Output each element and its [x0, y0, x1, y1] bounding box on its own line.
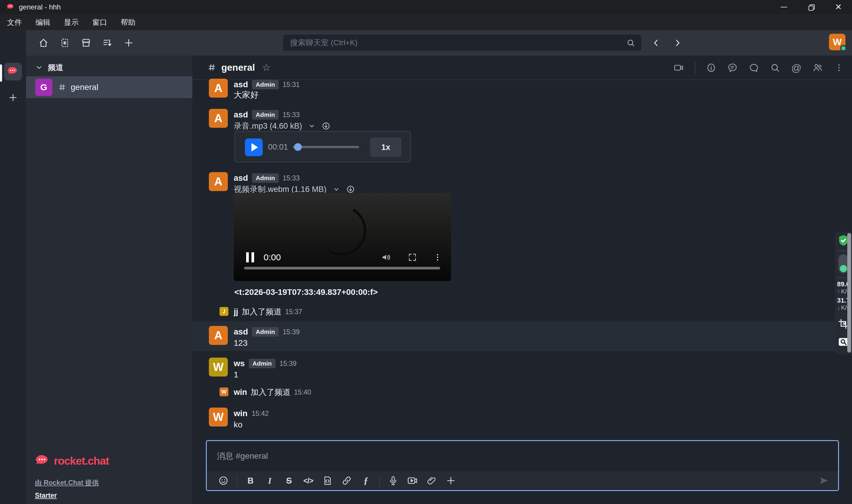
download-icon[interactable] — [346, 185, 355, 194]
mentions-button[interactable]: @ — [791, 62, 802, 73]
kebab-icon — [834, 63, 844, 73]
channels-section-header[interactable]: 频道 — [26, 60, 192, 74]
message-username[interactable]: asd — [234, 173, 248, 183]
avatar[interactable]: A — [209, 326, 228, 345]
channel-title[interactable]: general — [221, 62, 255, 73]
avatar[interactable]: W — [219, 388, 229, 396]
avatar[interactable]: W — [209, 358, 228, 377]
link-button[interactable] — [341, 475, 352, 487]
attachment-filename[interactable]: 录音.mp3 (4.60 kB) — [234, 121, 302, 131]
window-title: general - hhh — [19, 3, 61, 11]
menu-edit[interactable]: 编辑 — [34, 16, 52, 29]
video-record-button[interactable] — [406, 475, 418, 487]
italic-button[interactable]: I — [264, 475, 276, 487]
message-header: asd Admin 15:39 — [234, 327, 300, 337]
powered-by-link[interactable]: 由 Rocket.Chat 提供 — [35, 478, 183, 487]
members-button[interactable] — [812, 62, 823, 73]
workspace-button[interactable] — [4, 63, 22, 80]
composer-plus-button[interactable] — [445, 475, 457, 487]
plan-link[interactable]: Starter — [35, 491, 183, 500]
directory-button[interactable] — [59, 38, 70, 48]
send-button[interactable] — [818, 475, 830, 487]
audio-slider-thumb[interactable] — [294, 143, 302, 151]
avatar[interactable]: A — [209, 109, 228, 128]
strikethrough-button[interactable]: S — [283, 475, 295, 487]
history-forward-button[interactable] — [672, 38, 683, 48]
search-input[interactable] — [283, 38, 626, 47]
message-input[interactable] — [207, 441, 838, 471]
code-block-button[interactable] — [322, 475, 333, 487]
marketplace-button[interactable] — [81, 38, 91, 48]
role-badge: Admin — [252, 327, 278, 337]
workspace-logo-icon — [7, 66, 19, 77]
avatar[interactable]: J — [219, 307, 229, 316]
message-username[interactable]: win — [234, 388, 247, 397]
channel-info-button[interactable] — [706, 62, 717, 73]
message-username[interactable]: asd — [234, 327, 248, 337]
video-pause-button[interactable] — [246, 252, 254, 262]
restore-button[interactable] — [798, 0, 825, 14]
restore-icon — [809, 4, 814, 10]
composer-toolbar: B I S </> ƒ — [207, 471, 838, 490]
channel-sidebar: 频道 G general rocket.chat 由 Rocket.Chat 提… — [26, 56, 192, 504]
menu-view[interactable]: 显示 — [62, 16, 80, 29]
audio-playback-rate-button[interactable]: 1x — [370, 138, 401, 157]
system-message: win 加入了频道 15:40 — [234, 387, 311, 397]
fullscreen-icon[interactable] — [407, 252, 417, 262]
message-username[interactable]: win — [234, 409, 248, 418]
threads-button[interactable] — [727, 62, 738, 73]
avatar[interactable]: A — [209, 79, 228, 97]
search-messages-button[interactable] — [770, 62, 780, 73]
video-player[interactable]: 0:00 — [234, 193, 451, 281]
avatar[interactable]: W — [209, 408, 228, 427]
add-server-button[interactable] — [6, 91, 19, 104]
history-back-button[interactable] — [651, 38, 661, 48]
emoji-button[interactable] — [217, 475, 229, 487]
attach-file-button[interactable] — [426, 475, 437, 487]
menu-file[interactable]: 文件 — [5, 16, 24, 29]
message-time: 15:33 — [283, 174, 300, 182]
menu-window[interactable]: 窗口 — [91, 16, 109, 29]
message-username[interactable]: asd — [234, 110, 248, 120]
message-username[interactable]: asd — [234, 80, 248, 89]
search-bar[interactable] — [283, 35, 641, 51]
bold-button[interactable]: B — [244, 475, 256, 487]
link-icon — [341, 475, 352, 486]
kebab-menu-button[interactable] — [834, 62, 844, 73]
home-button[interactable] — [38, 38, 49, 48]
collapse-chevron-icon[interactable] — [308, 122, 316, 130]
active-workspace-indicator — [0, 65, 2, 82]
volume-icon[interactable] — [381, 252, 392, 263]
collapse-chevron-icon[interactable] — [332, 185, 340, 193]
audio-play-button[interactable] — [245, 139, 263, 156]
sort-button[interactable] — [102, 38, 113, 48]
user-avatar[interactable]: W — [829, 34, 846, 50]
video-progress-bar[interactable] — [244, 267, 440, 269]
favorite-star-icon[interactable]: ☆ — [262, 62, 271, 73]
header-divider — [695, 61, 695, 74]
avatar[interactable]: A — [209, 172, 228, 191]
message-time: 15:33 — [283, 111, 300, 119]
download-icon[interactable] — [322, 122, 330, 130]
minimize-button[interactable] — [771, 0, 798, 14]
menu-help[interactable]: 帮助 — [119, 16, 137, 29]
message-username[interactable]: ws — [234, 359, 244, 368]
inline-code-button[interactable]: </> — [302, 475, 314, 487]
message-username[interactable]: jj — [234, 307, 238, 317]
sidebar-item-general[interactable]: G general — [26, 76, 192, 98]
video-kebab-icon[interactable] — [433, 253, 442, 262]
audio-record-button[interactable] — [387, 475, 399, 487]
upload-arrow-icon: ↑ — [837, 288, 840, 295]
audio-seek-slider[interactable] — [293, 146, 359, 148]
katex-button[interactable]: ƒ — [360, 475, 372, 487]
app-logo-icon — [6, 3, 15, 11]
video-call-button[interactable] — [673, 62, 684, 73]
message-text: 大家好 — [234, 89, 258, 101]
close-icon: ✕ — [835, 3, 842, 11]
discussions-button[interactable] — [748, 62, 759, 73]
message-time: 15:42 — [252, 410, 269, 418]
create-new-button[interactable] — [123, 38, 134, 48]
widget-scrollbar[interactable] — [847, 233, 851, 353]
close-button[interactable]: ✕ — [825, 0, 852, 14]
channel-name: general — [71, 83, 98, 92]
